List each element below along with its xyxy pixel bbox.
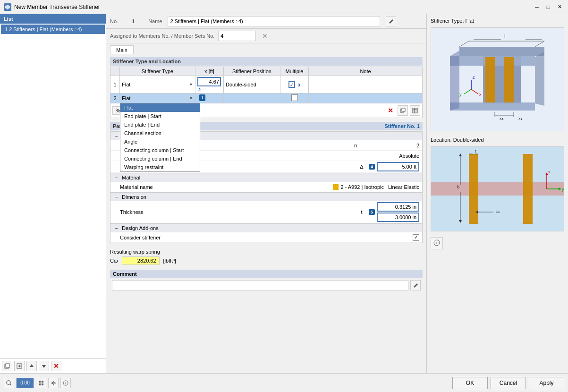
row2-note (309, 94, 423, 103)
row1-type[interactable]: Flat ▼ (120, 76, 195, 94)
table-button[interactable] (410, 105, 420, 116)
assigned-clear-button[interactable]: ✕ (260, 31, 270, 41)
search-button[interactable] (4, 378, 14, 388)
width-input[interactable] (377, 213, 419, 222)
copy-row-button[interactable] (398, 105, 408, 116)
dropdown-item-endend[interactable]: End plate | End (120, 120, 200, 129)
x-input-1[interactable] (197, 77, 221, 86)
row1-multiple[interactable]: 3 (280, 76, 309, 94)
maximize-button[interactable]: □ (543, 3, 553, 11)
dropdown-item-colend[interactable]: Connecting column | End (120, 154, 200, 163)
cancel-button[interactable]: Cancel (491, 377, 526, 389)
col-multiple: Multiple (280, 67, 309, 76)
svg-marker-20 (535, 51, 544, 106)
copy-page-button[interactable] (2, 361, 12, 371)
svg-line-22 (535, 41, 544, 47)
svg-text:y: y (459, 92, 462, 97)
thickness-input[interactable] (377, 202, 419, 212)
col-x: x [ft] (195, 67, 224, 76)
stiffener-table: Stiffener Type x [ft] Stiffener Position… (110, 67, 423, 103)
svg-rect-14 (459, 47, 544, 56)
apply-button[interactable]: Apply (529, 377, 564, 389)
collapse-material-icon: − (113, 174, 120, 181)
group-header-material[interactable]: − Material (110, 173, 422, 182)
consider-checkbox[interactable] (413, 234, 419, 241)
group-header-design[interactable]: − Design Add-ons (110, 224, 422, 232)
param-label-material: Material name (120, 184, 319, 190)
new-item-button[interactable] (14, 361, 25, 371)
stiffener-no: Stiffener No. 1 (384, 123, 420, 129)
multiple-checkbox-1[interactable] (288, 81, 295, 88)
row1-no: 1 (110, 76, 120, 94)
dropdown-item-flat[interactable]: Flat (120, 103, 200, 112)
assigned-input[interactable] (218, 31, 256, 41)
move-up-button[interactable] (26, 361, 37, 371)
material-group: − Material Material name 2 - A992 | Isot… (110, 173, 423, 193)
comment-edit-button[interactable] (410, 280, 421, 290)
no-value: 1 (124, 18, 143, 24)
move-down-button[interactable] (39, 361, 49, 371)
group-label-material: Material (122, 175, 140, 180)
svg-text:aₛ: aₛ (496, 209, 500, 214)
col-no (110, 67, 120, 76)
svg-rect-66 (39, 383, 41, 385)
dimension-group: − Dimension Thickness t 5 Width (110, 193, 423, 224)
edit-name-button[interactable] (386, 16, 396, 26)
offset-input[interactable] (377, 162, 419, 171)
right-panel-bottom: i (431, 237, 564, 249)
warp-row: Cω 2820.62 [lbfft³] (110, 256, 423, 265)
design-addons-group: − Design Add-ons Consider stiffener (110, 224, 423, 243)
window-controls: ─ □ ✕ (532, 3, 564, 11)
stiffener-type-label: Stiffener Type: Flat (431, 18, 564, 24)
svg-text:z: z (473, 75, 475, 80)
comment-header: Comment (110, 270, 423, 278)
row1-x[interactable]: 2 (195, 76, 224, 94)
value-button[interactable]: 0.00 (16, 378, 34, 388)
assigned-label: Assigned to Members No. / Member Sets No… (110, 33, 214, 39)
row2-type[interactable]: Flat ▼ Flat End plate | Start End plate … (120, 94, 195, 103)
minimize-button[interactable]: ─ (532, 3, 542, 11)
svg-rect-65 (42, 381, 43, 383)
svg-point-68 (52, 382, 54, 384)
svg-rect-41 (469, 154, 478, 224)
type-dropdown[interactable]: Flat End plate | Start End plate | End C… (120, 103, 200, 172)
dropdown-item-colstart[interactable]: Connecting column | Start (120, 146, 200, 154)
delete-button[interactable]: ✕ (51, 361, 61, 371)
param-label-consider: Consider stiffener (120, 235, 398, 240)
dropdown-item-endstart[interactable]: End plate | Start (120, 112, 200, 120)
dropdown-item-angle[interactable]: Angle (120, 137, 200, 146)
comment-input[interactable] (112, 280, 408, 290)
row1-note (309, 76, 423, 94)
table-row: 1 Flat ▼ 2 Double-sided (110, 76, 423, 94)
grid-button[interactable] (36, 378, 46, 388)
svg-rect-67 (42, 383, 43, 385)
row2-multiple[interactable] (280, 94, 309, 103)
no-label: No. (110, 18, 118, 24)
list-item[interactable]: 1 2 Stiffeners | Flat (Members : 4) (1, 25, 105, 34)
dropdown-item-warp[interactable]: Warping restraint (120, 163, 200, 171)
svg-text:x₂: x₂ (518, 116, 523, 121)
left-panel-toolbar: ✕ (0, 358, 106, 373)
ok-button[interactable]: OK (452, 377, 488, 389)
info2-button[interactable]: i (60, 378, 71, 388)
material-swatch (333, 184, 339, 190)
tab-main[interactable]: Main (110, 45, 134, 54)
name-input[interactable] (168, 16, 380, 26)
multiple-checkbox-2[interactable] (291, 94, 298, 101)
center-panel: No. 1 Name Assigned to Members No. / Mem… (106, 14, 426, 373)
info-button[interactable]: i (431, 237, 443, 249)
dropdown-item-channel[interactable]: Channel section (120, 129, 200, 137)
row2-no: 2 (110, 94, 120, 103)
svg-text:b: b (457, 185, 459, 189)
svg-marker-6 (30, 364, 34, 367)
close-button[interactable]: ✕ (555, 3, 564, 11)
tab-bar: Main (106, 43, 426, 54)
group-header-dimension[interactable]: − Dimension (110, 193, 422, 201)
svg-rect-9 (402, 108, 405, 111)
settings-button[interactable] (48, 378, 59, 388)
svg-marker-17 (485, 57, 495, 102)
param-value-offset-type: Absolute (363, 153, 419, 159)
col-note: Note (309, 67, 423, 76)
delete-row-button[interactable]: ✕ (385, 105, 396, 116)
table-row: 2 Flat ▼ Flat End plate | Start (110, 94, 423, 103)
